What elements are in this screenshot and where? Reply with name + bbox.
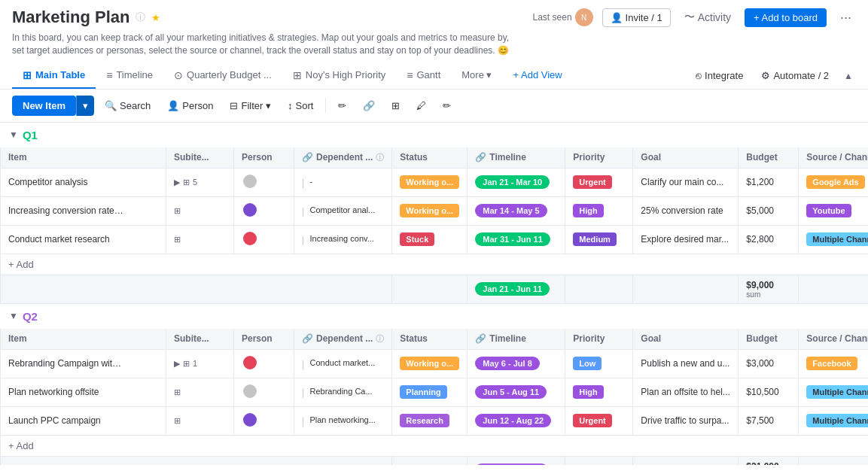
channel-cell[interactable]: Multiple Channels xyxy=(799,406,868,435)
timeline-cell[interactable]: Jan 21 - Mar 10 xyxy=(468,168,565,196)
timeline-cell[interactable]: Mar 31 - Jun 11 xyxy=(468,225,565,254)
q2-label: Q2 xyxy=(23,310,38,323)
th-dependent: 🔗 Dependent ... ⓘ xyxy=(294,147,392,169)
priority-badge: Urgent xyxy=(573,414,611,427)
search-button[interactable]: 🔍 Search xyxy=(99,96,157,115)
sum-timeline: Jan 21 - Jun 11 xyxy=(468,275,565,303)
new-item-dropdown-button[interactable]: ▾ xyxy=(76,96,94,116)
channel-cell[interactable]: Facebook xyxy=(799,349,868,378)
tab-add-view[interactable]: + Add View xyxy=(503,63,573,88)
status-cell[interactable]: Research xyxy=(392,406,468,435)
timeline-cell[interactable]: May 6 - Jul 8 xyxy=(468,349,565,378)
priority-cell[interactable]: Urgent xyxy=(565,406,633,435)
goal-cell: Clarify our main co... xyxy=(633,168,739,196)
status-cell[interactable]: Working o... xyxy=(392,196,468,225)
status-badge: Research xyxy=(400,414,449,427)
group-q1-header[interactable]: ▼ Q1 xyxy=(0,123,868,147)
th-subitems: Subite... xyxy=(166,147,234,169)
add-row-label[interactable]: + Add xyxy=(1,435,869,456)
priority-badge: High xyxy=(573,385,603,399)
th-budget: Budget xyxy=(739,147,799,169)
filter-button[interactable]: ⊟ Filter ▾ xyxy=(224,96,277,115)
channel-cell[interactable]: Google Ads xyxy=(799,168,868,196)
person-filter-button[interactable]: 👤 Person xyxy=(161,96,219,115)
channel-cell[interactable]: Multiple Channels xyxy=(799,378,868,406)
th-dependent: 🔗 Dependent ... ⓘ xyxy=(294,329,392,350)
group-q2: ▼ Q2 Item Subite... Person 🔗 Dependent .… xyxy=(0,304,868,465)
subitem-cell: ⊞ xyxy=(166,225,234,254)
status-badge: Stuck xyxy=(400,232,434,246)
item-name[interactable]: Increasing conversion rates on lan... xyxy=(8,205,125,216)
status-cell[interactable]: Stuck xyxy=(392,225,468,254)
tab-main-table[interactable]: ⊞ Main Table xyxy=(12,63,96,89)
item-name[interactable]: Competitor analysis xyxy=(8,177,87,187)
priority-cell[interactable]: Low xyxy=(565,349,633,378)
tab-noys-priority[interactable]: ⊞ Noy's High Priority xyxy=(282,63,397,89)
tab-more[interactable]: More ▾ xyxy=(451,63,502,88)
timeline-cell[interactable]: Jun 5 - Aug 11 xyxy=(468,378,565,406)
edit-icon-button[interactable]: ✏ xyxy=(332,96,352,115)
add-row-label[interactable]: + Add xyxy=(1,254,869,275)
person-cell[interactable] xyxy=(234,349,294,378)
new-item-button[interactable]: New Item xyxy=(12,96,76,116)
add-item-row[interactable]: + Add xyxy=(0,254,868,275)
goal-cell: Plan an offsite to hel... xyxy=(633,378,739,406)
person-cell[interactable] xyxy=(234,406,294,435)
integrate-button[interactable]: ⎋ Integrate xyxy=(690,67,749,84)
tab-gantt[interactable]: ≡ Gantt xyxy=(396,63,451,89)
brush-icon-button[interactable]: 🖊 xyxy=(410,96,432,115)
subitem-icon: ⊞ xyxy=(174,235,181,245)
custom-icon-button[interactable]: ✏ xyxy=(437,96,457,115)
timeline-cell[interactable]: Jun 12 - Aug 22 xyxy=(468,406,565,435)
group-q2-header[interactable]: ▼ Q2 xyxy=(0,304,868,329)
tab-timeline[interactable]: ≡ Timeline xyxy=(96,63,163,89)
timeline-cell[interactable]: Mar 14 - May 5 xyxy=(468,196,565,225)
collapse-button[interactable]: ▲ xyxy=(841,68,856,84)
activity-button[interactable]: 〜 Activity xyxy=(680,8,736,27)
channel-badge: Google Ads xyxy=(806,175,864,189)
person-cell[interactable] xyxy=(234,196,294,225)
grid-icon-button[interactable]: ⊞ xyxy=(385,96,406,115)
priority-cell[interactable]: Medium xyxy=(565,225,633,254)
item-name[interactable]: Launch PPC campaign xyxy=(8,415,101,426)
invite-button[interactable]: 👤 Invite / 1 xyxy=(602,8,671,27)
tab-quarterly-budget[interactable]: ⊙ Quarterly Budget ... xyxy=(163,63,282,89)
tabs-right: ⎋ Integrate ⚙ Automate / 2 ▲ xyxy=(690,67,856,84)
board-title: Marketing Plan xyxy=(12,8,129,27)
dependent-value: Rebranding Ca... xyxy=(309,387,372,396)
person-avatar xyxy=(242,383,258,400)
more-button[interactable]: ··· xyxy=(836,8,856,27)
top-bar-right: Last seen N 👤 Invite / 1 〜 Activity + Ad… xyxy=(533,8,856,27)
q1-header-row: Item Subite... Person 🔗 Dependent ... ⓘ … xyxy=(0,147,868,169)
add-item-row-q2[interactable]: + Add xyxy=(0,435,868,456)
link-icon-button[interactable]: 🔗 xyxy=(357,96,381,115)
status-cell[interactable]: Working o... xyxy=(392,349,468,378)
priority-cell[interactable]: Urgent xyxy=(565,168,633,196)
pencil-icon: ✏ xyxy=(338,100,346,111)
sort-button[interactable]: ↕ Sort xyxy=(282,96,319,115)
toolbar-separator xyxy=(325,98,326,113)
link-icon: 🔗 xyxy=(363,100,375,111)
table-row: Rebranding Campaign with new lo... ⊕ ▶ ⊞… xyxy=(0,349,868,378)
channel-cell[interactable]: Multiple Channels xyxy=(799,225,868,254)
priority-cell[interactable]: High xyxy=(565,378,633,406)
status-cell[interactable]: Planning xyxy=(392,378,468,406)
priority-cell[interactable]: High xyxy=(565,196,633,225)
item-name[interactable]: Plan networking offsite xyxy=(8,387,99,397)
star-icon[interactable]: ★ xyxy=(151,12,160,23)
q2-header-row: Item Subite... Person 🔗 Dependent ... ⓘ … xyxy=(0,329,868,350)
th-goal: Goal xyxy=(633,147,739,169)
item-name[interactable]: Rebranding Campaign with new lo... xyxy=(8,358,125,369)
person-cell[interactable] xyxy=(234,225,294,254)
person-cell[interactable] xyxy=(234,378,294,406)
th-timeline2: 🔗 Timeline xyxy=(468,329,565,350)
row-name-cell: Increasing conversion rates on lan... ⊕ xyxy=(1,196,166,225)
automate-button[interactable]: ⚙ Automate / 2 xyxy=(755,67,835,84)
row-name-cell: Rebranding Campaign with new lo... ⊕ xyxy=(1,349,166,378)
status-cell[interactable]: Working o... xyxy=(392,168,468,196)
sort-icon: ↕ xyxy=(288,100,293,111)
person-cell[interactable] xyxy=(234,168,294,196)
channel-cell[interactable]: Youtube xyxy=(799,196,868,225)
add-to-board-button[interactable]: + Add to board xyxy=(745,8,827,27)
item-name[interactable]: Conduct market research xyxy=(8,234,110,245)
